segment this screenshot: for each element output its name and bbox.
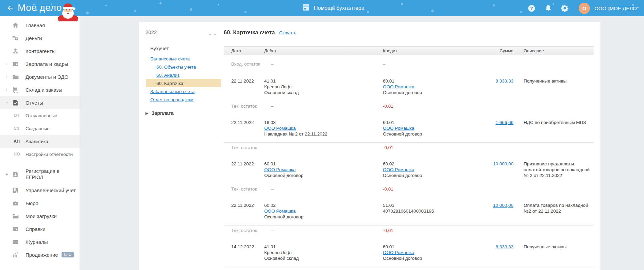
collapse-minus-icon[interactable]: − xyxy=(5,100,9,105)
debit-cell: 60.02ООО РомашкаОсновной договор xyxy=(264,202,383,220)
help-icon[interactable]: ? xyxy=(528,4,536,12)
sidebar-item-egrul-registration[interactable]: +Регистрация в ЕГРЮЛ xyxy=(0,165,80,184)
subitem-prefix: НО xyxy=(14,152,26,157)
sum-cell-empty xyxy=(462,103,513,109)
prev-period-icon[interactable]: ◂ xyxy=(209,32,211,37)
svg-text:?: ? xyxy=(530,6,533,11)
back-icon[interactable] xyxy=(7,4,14,13)
sidebar-item-my-downloads[interactable]: Мои загрузки xyxy=(0,210,80,222)
amount-link[interactable]: 8 333,33 xyxy=(495,78,513,84)
debit-balance-value: – xyxy=(264,186,383,192)
credit-cell: 60.02ООО РомашкаОсновной договор xyxy=(383,161,462,178)
amount-link[interactable]: 10 000,00 xyxy=(493,161,513,166)
contractor-link[interactable]: ООО Ромашка xyxy=(383,167,414,172)
sidebar-item-promotion[interactable]: ПродвижениеNew xyxy=(0,248,80,261)
table-row-entry: 22.11.202241.01Кресло ЛофтОсновной склад… xyxy=(224,73,594,101)
sidebar-item-warehouse-orders[interactable]: +Склад и заказы xyxy=(0,83,80,96)
contractor-link[interactable]: ООО Ромашка xyxy=(383,126,414,131)
salary-icon xyxy=(12,60,19,68)
tree-link-60-objects[interactable]: 60. Объекты учета xyxy=(156,65,196,70)
tree-item-60-analysis[interactable]: 60. Анализ xyxy=(139,71,227,79)
tree-item-60-objects[interactable]: 60. Объекты учета xyxy=(139,63,227,71)
amount-link[interactable]: 10 000,00 xyxy=(493,203,513,208)
tree-link-offbalance-accounts[interactable]: Забалансовые счета xyxy=(150,89,194,94)
table-row-current-balance: Тек. остаток–-0,01 xyxy=(224,143,594,156)
sidebar-item-documents-edo[interactable]: +Документы и ЭДО xyxy=(0,70,80,83)
col-header-date: Дата xyxy=(224,48,264,53)
credit-cell: 60.01ООО РомашкаОсновной договор xyxy=(383,120,462,137)
accountant-help-button[interactable]: Помощь бухгалтера xyxy=(302,0,365,16)
sidebar-subitem-analytics[interactable]: АНАналитика xyxy=(0,135,80,148)
cell-line: Основной договор xyxy=(383,255,462,261)
expand-plus-icon[interactable]: + xyxy=(5,172,9,177)
sidebar-item-bureau[interactable]: Бюро xyxy=(0,197,80,210)
avatar[interactable]: O xyxy=(579,3,590,14)
sidebar-item-label: Продвижение xyxy=(26,252,58,258)
desc-cell-empty xyxy=(513,103,594,109)
period-pager: ◂ ▸ xyxy=(207,32,217,37)
cell-line: Основной склад xyxy=(264,90,383,95)
debit-balance-value: – xyxy=(264,228,383,233)
tree-item-offbalance-accounts[interactable]: Забалансовые счета xyxy=(139,87,227,95)
bell-icon[interactable] xyxy=(545,4,552,12)
next-period-icon[interactable]: ▸ xyxy=(214,32,217,37)
tree-item-60-card[interactable]: 60. Карточка xyxy=(146,79,221,87)
expand-plus-icon[interactable]: + xyxy=(5,61,9,67)
desc-cell-empty xyxy=(513,145,594,150)
amount-link[interactable]: 8 333,33 xyxy=(495,244,513,249)
table-row-opening-balance: Вход. остаток–– xyxy=(224,55,594,73)
table-body: Вход. остаток––22.11.202241.01Кресло Лоф… xyxy=(224,55,594,267)
sidebar-item-management-accounting[interactable]: ₽Управленческий учет xyxy=(0,184,80,197)
tree-link-postings-report[interactable]: Отчет по проводкам xyxy=(150,97,193,102)
sidebar-item-label: Главная xyxy=(26,22,45,28)
tree-link-60-analysis[interactable]: 60. Анализ xyxy=(156,73,180,78)
expand-plus-icon[interactable]: + xyxy=(5,87,9,92)
company-name[interactable]: ООО "МОЕ ДЕЛО" xyxy=(594,5,639,11)
sidebar-divider xyxy=(0,265,80,265)
expand-plus-icon[interactable]: + xyxy=(5,74,9,79)
sidebar-subitem-created[interactable]: СЗСозданные xyxy=(0,122,80,135)
sidebar-item-salary-hr[interactable]: +Зарплата и кадры xyxy=(0,57,80,70)
top-header: Моё дело Помощь xyxy=(0,0,644,16)
sidebar-item-reports[interactable]: −Отчеты xyxy=(0,96,80,109)
desc-cell-empty xyxy=(513,186,594,192)
cell-line: 51.01 xyxy=(383,202,462,208)
snow-decoration xyxy=(0,0,1,1)
year-selector[interactable]: 2022 xyxy=(146,29,157,36)
balance-label: Тек. остаток xyxy=(224,145,264,150)
reports-icon xyxy=(12,99,19,106)
tree-link-balance-accounts[interactable]: Балансовые счета xyxy=(150,56,190,61)
contractor-link[interactable]: ООО Ромашка xyxy=(383,250,414,255)
contractor-link[interactable]: ООО Ромашка xyxy=(264,209,296,214)
tree-item-postings-report[interactable]: Отчет по проводкам xyxy=(139,95,227,104)
tree-section-salary[interactable]: ▶ Зарплата xyxy=(146,110,173,116)
table-row-entry: 22.11.202219.03ООО РомашкаНакладная № 2 … xyxy=(224,114,594,143)
tree-item-balance-accounts[interactable]: Балансовые счета xyxy=(139,55,227,63)
sidebar-subitem-sent[interactable]: ОТОтправленные xyxy=(0,109,80,122)
sidebar-subitem-label: Созданные xyxy=(26,126,50,131)
gear-icon[interactable] xyxy=(561,4,569,12)
credit-cell: 60.01ООО РомашкаОсновной договор xyxy=(383,78,462,95)
contractor-link[interactable]: ООО Ромашка xyxy=(383,84,414,89)
cell-line: 40702810601400003195 xyxy=(383,208,462,214)
registration-icon xyxy=(12,170,19,178)
col-header-description: Описание xyxy=(513,48,594,53)
contractor-link-line: ООО Ромашка xyxy=(383,84,462,90)
sidebar-item-label: Мои загрузки xyxy=(26,213,57,219)
sidebar-item-certificates[interactable]: Справки xyxy=(0,222,80,235)
credit-balance-value: -0,01 xyxy=(383,186,462,192)
sidebar-subitem-report-settings[interactable]: НОНастройки отчетности xyxy=(0,148,80,161)
contractor-link[interactable]: ООО Ромашка xyxy=(264,126,296,131)
content-card: 2022 ◂ ▸ Бухучет Балансовые счета60. Объ… xyxy=(139,22,600,270)
amount-link[interactable]: 1 666,66 xyxy=(495,120,513,125)
sidebar-item-journals[interactable]: Журналы xyxy=(0,235,80,248)
sidebar-item-money[interactable]: ₽Деньги xyxy=(0,32,80,44)
cell-line: 60.01 xyxy=(383,244,462,250)
contractor-link[interactable]: ООО Ромашка xyxy=(264,167,296,172)
download-link[interactable]: Скачать xyxy=(279,30,296,35)
debit-cell: 41.01Кресло ЛофтОсновной склад xyxy=(264,78,383,95)
sidebar-item-contractors[interactable]: Контрагенты xyxy=(0,44,80,57)
contractor-link-line: ООО Ромашка xyxy=(383,250,462,255)
sum-cell-empty xyxy=(462,186,513,192)
entry-date: 14.12.2022 xyxy=(224,244,264,261)
